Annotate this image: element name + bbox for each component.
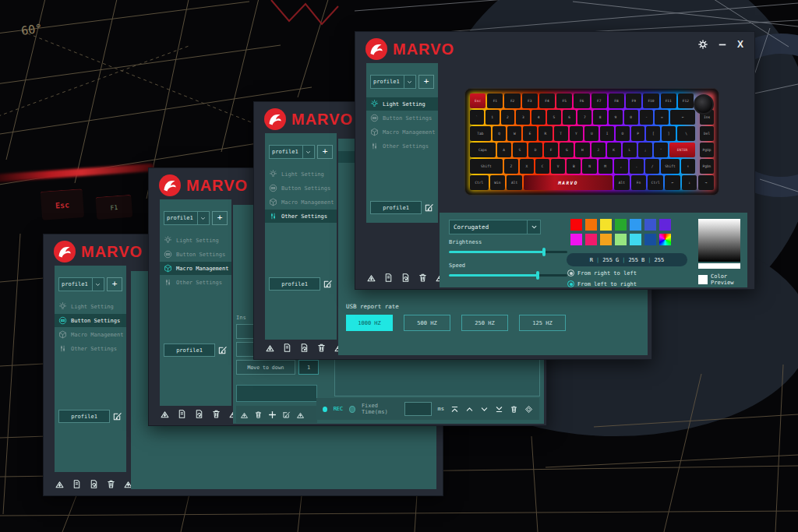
- profile-name-field[interactable]: profile1: [58, 410, 110, 423]
- delete-icon[interactable]: [211, 409, 221, 419]
- settings-gear-icon[interactable]: [698, 40, 708, 49]
- edit-profile-icon[interactable]: [112, 411, 122, 421]
- color-swatch[interactable]: [570, 234, 582, 245]
- profile-name-field[interactable]: profile1: [370, 201, 422, 214]
- profile-select[interactable]: profile1: [164, 211, 210, 225]
- sidebar-item-macro-management[interactable]: Macro Management: [55, 328, 126, 341]
- sidebar-item-light-setting[interactable]: Light Setting: [366, 97, 438, 111]
- color-swatch[interactable]: [585, 234, 597, 245]
- sidebar-item-other-settings[interactable]: Other Settings: [265, 210, 337, 223]
- delete-icon[interactable]: [106, 479, 116, 489]
- save-icon[interactable]: [383, 273, 394, 283]
- fixed-time-radio[interactable]: [349, 406, 355, 413]
- sidebar-item-macro-management[interactable]: Macro Management: [160, 262, 231, 275]
- direction-right-to-left[interactable]: From right to left: [567, 270, 637, 277]
- edit-profile-icon[interactable]: [424, 203, 434, 213]
- import-icon[interactable]: [160, 409, 170, 419]
- usb-rate-button[interactable]: 1000 HZ: [346, 315, 393, 331]
- sidebar-item-button-settings[interactable]: Button Settings: [160, 248, 231, 261]
- rec-dot-icon[interactable]: [323, 407, 327, 412]
- move-steps-field[interactable]: 1: [298, 360, 319, 375]
- edit-profile-icon[interactable]: [217, 345, 228, 355]
- fixed-time-input[interactable]: [404, 402, 431, 416]
- import-icon[interactable]: [265, 343, 275, 353]
- color-gradient-picker[interactable]: [698, 219, 740, 262]
- import-icon[interactable]: [240, 410, 249, 419]
- add-icon[interactable]: [268, 410, 277, 419]
- move-down-icon[interactable]: [480, 405, 489, 414]
- import-icon[interactable]: [366, 273, 376, 283]
- sidebar-item-other-settings[interactable]: Other Settings: [366, 139, 438, 153]
- color-swatch[interactable]: [630, 234, 641, 245]
- reset-icon[interactable]: [89, 479, 99, 489]
- sidebar-item-other-settings[interactable]: Other Settings: [160, 276, 231, 289]
- color-swatch[interactable]: [644, 219, 656, 231]
- reset-icon[interactable]: [299, 343, 309, 353]
- move-to-down-button[interactable]: Move to down: [236, 360, 295, 375]
- sidebar-item-button-settings[interactable]: Button Settings: [265, 181, 337, 195]
- g-value[interactable]: 255: [628, 257, 638, 263]
- move-up-icon[interactable]: [465, 405, 474, 414]
- sidebar-item-button-settings[interactable]: Button Settings: [55, 314, 126, 327]
- r-value[interactable]: 255: [602, 257, 613, 263]
- sidebar-item-button-settings[interactable]: Button Settings: [366, 111, 438, 125]
- color-swatch[interactable]: [570, 219, 582, 231]
- color-swatch[interactable]: [630, 219, 641, 231]
- move-top-icon[interactable]: [450, 405, 459, 414]
- delete-icon[interactable]: [254, 410, 263, 419]
- speed-slider[interactable]: [449, 274, 567, 277]
- reset-icon[interactable]: [401, 273, 411, 283]
- sidebar-item-other-settings[interactable]: Other Settings: [55, 342, 126, 355]
- hue-bar[interactable]: [698, 263, 740, 269]
- color-swatch[interactable]: [600, 234, 612, 245]
- radio-icon[interactable]: [567, 270, 574, 277]
- profile-select[interactable]: profile1: [370, 75, 416, 89]
- export-icon[interactable]: [296, 410, 305, 419]
- effect-select[interactable]: Corrugated: [449, 220, 541, 234]
- color-swatch[interactable]: [659, 219, 671, 231]
- profile-select[interactable]: profile1: [58, 277, 104, 291]
- minimize-icon[interactable]: [718, 40, 727, 49]
- sidebar-item-macro-management[interactable]: Macro Management: [265, 196, 337, 209]
- color-swatch[interactable]: [659, 234, 671, 245]
- radio-icon[interactable]: [567, 280, 574, 287]
- sidebar-item-macro-management[interactable]: Macro Management: [366, 125, 438, 139]
- clear-icon[interactable]: [524, 405, 533, 414]
- add-profile-button[interactable]: +: [317, 145, 333, 159]
- color-swatch[interactable]: [585, 219, 597, 231]
- edit-profile-icon[interactable]: [323, 279, 333, 289]
- direction-left-to-right[interactable]: From left to right: [567, 280, 637, 287]
- edit-icon[interactable]: [282, 410, 291, 419]
- usb-rate-button[interactable]: 500 HZ: [404, 315, 450, 331]
- profile-name-field[interactable]: profile1: [164, 344, 215, 357]
- import-icon[interactable]: [55, 479, 65, 489]
- color-swatch[interactable]: [615, 219, 627, 231]
- reset-icon[interactable]: [194, 409, 204, 419]
- sidebar-item-light-setting[interactable]: Light Setting: [160, 234, 231, 247]
- color-swatch[interactable]: [600, 219, 612, 231]
- usb-rate-button[interactable]: 125 HZ: [519, 315, 566, 331]
- add-profile-button[interactable]: +: [212, 211, 228, 225]
- brightness-slider[interactable]: [449, 251, 567, 253]
- profile-name-field[interactable]: profile1: [269, 277, 320, 291]
- color-swatch[interactable]: [615, 234, 627, 245]
- b-value[interactable]: 255: [654, 257, 664, 263]
- save-icon[interactable]: [282, 343, 292, 353]
- sidebar-item-light-setting[interactable]: Light Setting: [265, 167, 337, 181]
- color-swatch[interactable]: [644, 234, 656, 245]
- save-icon[interactable]: [177, 409, 187, 419]
- save-icon[interactable]: [72, 479, 82, 489]
- close-icon[interactable]: X: [737, 40, 743, 49]
- speed-thumb[interactable]: [536, 271, 539, 280]
- add-profile-button[interactable]: +: [418, 75, 434, 89]
- sidebar-item-light-setting[interactable]: Light Setting: [55, 300, 126, 313]
- delete-icon[interactable]: [510, 405, 518, 414]
- delete-icon[interactable]: [316, 343, 327, 353]
- brightness-thumb[interactable]: [542, 248, 546, 256]
- add-profile-button[interactable]: +: [107, 277, 122, 291]
- delete-icon[interactable]: [418, 273, 428, 283]
- macro-name-input[interactable]: [236, 385, 317, 402]
- profile-select[interactable]: profile1: [269, 145, 315, 159]
- usb-rate-button[interactable]: 250 HZ: [461, 315, 508, 331]
- move-bottom-icon[interactable]: [495, 405, 503, 414]
